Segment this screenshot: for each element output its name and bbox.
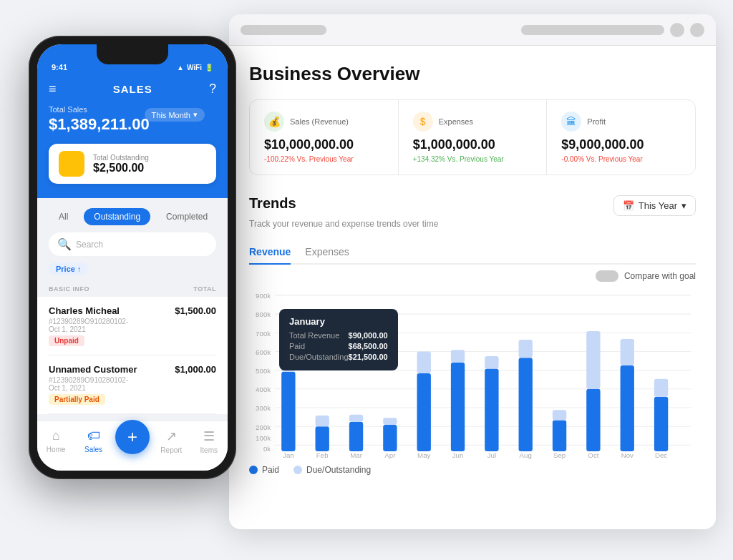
- items-icon: ☰: [203, 428, 215, 444]
- svg-rect-26: [383, 418, 397, 425]
- titlebar-pill-2: [521, 25, 664, 35]
- nav-item-items[interactable]: ☰ Items: [193, 428, 225, 454]
- svg-text:Jan: Jan: [283, 451, 294, 459]
- filter-tab-completed[interactable]: Completed: [156, 208, 218, 225]
- status-badge-0: Unpaid: [49, 335, 84, 346]
- legend-label-outstanding: Due/Outstanding: [306, 465, 371, 475]
- invoice-id-1: #12390289O910280102- Oct 1, 2021: [49, 376, 216, 392]
- nav-item-home[interactable]: ⌂ Home: [40, 428, 72, 453]
- nav-item-report[interactable]: ↗ Report: [155, 428, 187, 454]
- expenses-label: Expenses: [439, 117, 473, 126]
- svg-rect-21: [316, 426, 329, 451]
- filter-section: All Outstanding Completed 🔍 Search Price…: [37, 198, 228, 281]
- trends-header: Trends 📅 This Year ▾: [249, 195, 696, 216]
- signal-icon: ▲: [177, 64, 184, 72]
- svg-rect-34: [519, 340, 533, 358]
- fab-button[interactable]: +: [115, 420, 150, 454]
- price-filter-badge[interactable]: Price ↑: [49, 262, 88, 275]
- invoice-list: Charles Micheal $1,500.00 #12390289O9102…: [37, 297, 228, 414]
- svg-text:Dec: Dec: [655, 451, 667, 459]
- menu-icon[interactable]: ≡: [49, 82, 57, 97]
- chart-tab-row: Revenue Expenses: [249, 240, 696, 265]
- svg-text:500k: 500k: [256, 367, 271, 375]
- sales-summary: Total Sales $1,389,211.00 This Month ▾: [37, 105, 228, 149]
- svg-text:Nov: Nov: [621, 451, 634, 459]
- plus-icon: +: [127, 427, 137, 447]
- revenue-value: $10,000,000.00: [264, 137, 384, 152]
- stat-header-expenses: $ Expenses: [413, 112, 533, 132]
- search-icon: 🔍: [57, 237, 72, 251]
- profit-value: $9,000,000.00: [561, 137, 681, 152]
- desktop-card: Business Overview 💰 Sales (Revenue) $10,…: [229, 14, 716, 529]
- tooltip-label-0: Total Revenue: [289, 331, 339, 340]
- chart-area: January Total Revenue $90,000.00 Paid $6…: [249, 288, 696, 459]
- svg-text:300k: 300k: [256, 404, 271, 412]
- stats-row: 💰 Sales (Revenue) $10,000,000.00 -100.22…: [249, 99, 696, 175]
- sales-icon: 🏷: [87, 428, 100, 443]
- expenses-icon: $: [413, 112, 433, 132]
- year-selector-label: This Year: [639, 200, 677, 211]
- trends-section: Trends 📅 This Year ▾ Track your revenue …: [249, 195, 696, 475]
- search-placeholder: Search: [76, 240, 103, 250]
- compare-toggle[interactable]: [596, 270, 618, 282]
- svg-rect-36: [553, 410, 566, 420]
- svg-rect-32: [485, 356, 498, 368]
- invoice-item-1[interactable]: Unnamed Customer $1,000.00 #12390289O910…: [49, 355, 216, 414]
- nav-label-home: Home: [47, 446, 66, 453]
- table-header: BASIC INFO TOTAL: [37, 281, 228, 297]
- svg-text:200k: 200k: [256, 423, 271, 431]
- filter-tab-outstanding[interactable]: Outstanding: [84, 208, 150, 225]
- table-header-right: TOTAL: [193, 285, 216, 293]
- invoice-top-0: Charles Micheal $1,500.00: [49, 305, 216, 316]
- invoice-name-0: Charles Micheal: [49, 305, 120, 316]
- nav-label-items: Items: [200, 446, 218, 454]
- svg-rect-30: [451, 350, 465, 362]
- calendar-icon: 📅: [623, 200, 634, 211]
- tab-revenue[interactable]: Revenue: [249, 240, 291, 265]
- svg-rect-22: [316, 416, 329, 426]
- nav-label-sales: Sales: [84, 446, 102, 453]
- table-header-left: BASIC INFO: [49, 285, 89, 293]
- tab-expenses[interactable]: Expenses: [305, 240, 349, 265]
- page-title-row: Business Overview: [249, 63, 696, 85]
- report-icon: ↗: [166, 428, 177, 444]
- outstanding-icon: [59, 151, 84, 177]
- status-badge-1: Partially Paid: [49, 394, 105, 405]
- tooltip-val-1: $68,500.00: [349, 342, 388, 350]
- outstanding-section: Total Outstanding $2,500.00: [37, 144, 228, 198]
- revenue-icon: 💰: [264, 112, 284, 132]
- svg-rect-35: [553, 420, 566, 451]
- expenses-value: $1,000,000.00: [413, 137, 533, 152]
- svg-text:Apr: Apr: [384, 451, 396, 459]
- year-selector[interactable]: 📅 This Year ▾: [613, 195, 696, 216]
- svg-rect-19: [281, 372, 295, 451]
- svg-rect-39: [621, 365, 634, 451]
- filter-tab-all[interactable]: All: [49, 208, 78, 225]
- outstanding-card: Total Outstanding $2,500.00: [49, 144, 216, 184]
- tooltip-row-2: Due/Outstanding $21,500.00: [289, 353, 388, 361]
- svg-text:700k: 700k: [256, 330, 271, 338]
- svg-rect-27: [417, 373, 431, 451]
- svg-text:800k: 800k: [256, 310, 271, 318]
- filter-tabs: All Outstanding Completed: [49, 208, 216, 225]
- svg-rect-28: [417, 351, 431, 373]
- month-badge[interactable]: This Month ▾: [145, 108, 205, 122]
- svg-text:Jul: Jul: [487, 451, 496, 459]
- nav-item-sales[interactable]: 🏷 Sales: [78, 428, 110, 453]
- outstanding-label: Total Outstanding: [93, 154, 149, 162]
- compare-row: Compare with goal: [249, 270, 696, 282]
- stat-header-revenue: 💰 Sales (Revenue): [264, 112, 384, 132]
- invoice-item-0[interactable]: Charles Micheal $1,500.00 #12390289O9102…: [49, 297, 216, 355]
- legend-row: Paid Due/Outstanding: [249, 465, 696, 475]
- search-bar[interactable]: 🔍 Search: [49, 232, 216, 256]
- invoice-amount-0: $1,500.00: [175, 305, 216, 316]
- invoice-amount-1: $1,000.00: [175, 364, 216, 375]
- chevron-down-icon-month: ▾: [193, 110, 198, 119]
- expenses-change: +134.32% Vs. Previous Year: [413, 155, 533, 163]
- titlebar-circle-1: [670, 23, 684, 37]
- phone-screen: 9:41 ▲ WiFi 🔋 ≡ SALES ? Total Sales $1,3…: [37, 44, 228, 471]
- month-badge-label: This Month: [152, 111, 190, 119]
- legend-label-paid: Paid: [262, 465, 279, 475]
- help-icon[interactable]: ?: [209, 82, 216, 97]
- svg-text:Feb: Feb: [316, 451, 329, 459]
